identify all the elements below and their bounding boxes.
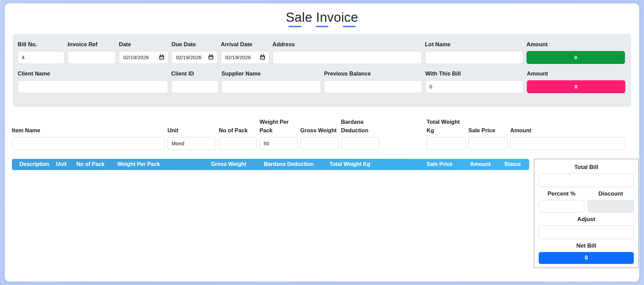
client-name-input[interactable] bbox=[18, 80, 168, 93]
col-gross-weight: Gross Weight bbox=[211, 159, 246, 170]
lot-name-label: Lot Name bbox=[425, 40, 523, 49]
address-input[interactable] bbox=[272, 51, 422, 64]
previous-balance-label: Previous Balance bbox=[324, 69, 422, 78]
item-amount-input[interactable] bbox=[510, 137, 625, 150]
percent-discount-labels: Percent % Discount bbox=[539, 190, 634, 200]
invoice-header-panel: Bill No. Invoice Ref Date Due Date Arriv… bbox=[13, 34, 631, 107]
address-label: Address bbox=[272, 40, 422, 49]
col-sale-price: Sale Price bbox=[427, 159, 453, 170]
col-weight-per-pack: Weight Per Pack bbox=[117, 159, 160, 170]
adjust-label: Adjust bbox=[539, 216, 634, 223]
client-id-input[interactable] bbox=[171, 80, 218, 93]
header-row2-labels: Client Name Client ID Supplier Name Prev… bbox=[18, 69, 626, 78]
underline-dash bbox=[343, 26, 356, 27]
supplier-name-input[interactable] bbox=[221, 80, 321, 93]
item-entry-section: Item Name Unit No of Pack Weight Per Pac… bbox=[12, 117, 639, 150]
item-amount-label: Amount bbox=[510, 126, 625, 135]
total-bill-label: Total Bill bbox=[539, 164, 634, 171]
amount-total-badge: 0 bbox=[526, 51, 625, 64]
unit-label: Unit bbox=[167, 126, 216, 135]
due-date-value: 02/19/2026 bbox=[176, 54, 201, 60]
supplier-name-label: Supplier Name bbox=[221, 69, 321, 78]
underline-dash bbox=[288, 26, 301, 27]
weight-per-pack-label: Weight Per Pack bbox=[260, 118, 298, 135]
weight-per-pack-input[interactable] bbox=[260, 137, 298, 150]
arrival-date-input[interactable]: 02/19/2026 bbox=[221, 51, 269, 64]
percent-discount-fields bbox=[539, 200, 634, 213]
percent-input[interactable] bbox=[539, 200, 584, 213]
no-of-pack-label: No of Pack bbox=[219, 126, 257, 135]
net-bill-button: 0 bbox=[539, 252, 634, 264]
amount-label: Amount bbox=[526, 40, 625, 49]
col-total-weight-kg: Total Weight Kg bbox=[329, 159, 370, 170]
item-entry-labels: Item Name Unit No of Pack Weight Per Pac… bbox=[12, 117, 639, 135]
percent-label: Percent % bbox=[539, 190, 584, 197]
col-bardana-deduction: Bardana Deduction bbox=[264, 159, 314, 170]
col-unit: Unit bbox=[56, 159, 66, 170]
previous-balance-input[interactable] bbox=[324, 80, 422, 93]
calendar-icon[interactable] bbox=[159, 55, 164, 60]
gross-weight-label: Gross Weight bbox=[300, 126, 338, 135]
no-of-pack-input[interactable] bbox=[219, 137, 257, 150]
item-name-label: Item Name bbox=[12, 126, 165, 135]
adjust-input[interactable] bbox=[539, 225, 634, 239]
arrival-date-label: Arrival Date bbox=[221, 40, 269, 49]
bill-no-label: Bill No. bbox=[18, 40, 65, 49]
header-row1-labels: Bill No. Invoice Ref Date Due Date Arriv… bbox=[18, 40, 626, 49]
unit-input[interactable] bbox=[167, 137, 216, 150]
amount-balance-badge: 0 bbox=[527, 80, 625, 93]
lot-name-input[interactable] bbox=[425, 51, 523, 64]
col-status: Status bbox=[504, 159, 521, 170]
bardana-deduction-input[interactable] bbox=[341, 137, 379, 150]
total-weight-kg-label: Total Weight Kg bbox=[427, 118, 466, 135]
net-bill-label: Net Bill bbox=[539, 242, 634, 249]
invoice-card: Sale Invoice Bill No. Invoice Ref Date D… bbox=[5, 3, 639, 282]
total-bill-input[interactable] bbox=[539, 173, 634, 187]
title-block: Sale Invoice bbox=[5, 3, 639, 27]
due-date-input[interactable]: 02/19/2026 bbox=[172, 51, 218, 64]
gross-weight-input[interactable] bbox=[300, 137, 338, 150]
header-row2-fields: 0 bbox=[18, 80, 626, 93]
calendar-icon[interactable] bbox=[209, 55, 213, 60]
spacer bbox=[382, 137, 424, 150]
items-and-totals: Description Unit No of Pack Weight Per P… bbox=[12, 159, 639, 268]
invoice-ref-label: Invoice Ref bbox=[68, 40, 116, 49]
client-name-label: Client Name bbox=[18, 69, 168, 78]
col-description: Description bbox=[19, 159, 49, 170]
item-name-input[interactable] bbox=[12, 137, 165, 150]
item-entry-fields bbox=[12, 137, 639, 150]
totals-panel: Total Bill Percent % Discount Adjust Net… bbox=[534, 159, 639, 268]
underline-dash bbox=[316, 26, 328, 27]
discount-label: Discount bbox=[588, 190, 634, 197]
bill-no-input[interactable] bbox=[18, 51, 65, 64]
page-title: Sale Invoice bbox=[5, 10, 639, 25]
date-label: Date bbox=[119, 40, 168, 49]
with-this-bill-label: With This Bill bbox=[425, 69, 524, 78]
with-this-bill-input[interactable] bbox=[425, 80, 524, 93]
sale-price-input[interactable] bbox=[468, 137, 507, 150]
sale-price-label: Sale Price bbox=[468, 126, 507, 135]
client-id-label: Client ID bbox=[171, 69, 218, 78]
invoice-ref-input[interactable] bbox=[68, 51, 116, 64]
amount-label: Amount bbox=[527, 69, 625, 78]
col-amount: Amount bbox=[470, 159, 490, 170]
items-table-header: Description Unit No of Pack Weight Per P… bbox=[12, 159, 529, 170]
col-no-of-pack: No of Pack bbox=[76, 159, 105, 170]
calendar-icon[interactable] bbox=[260, 55, 265, 60]
due-date-label: Due Date bbox=[172, 40, 218, 49]
date-value: 02/19/2026 bbox=[123, 54, 149, 60]
bardana-deduction-label: Bardana Deduction bbox=[341, 118, 379, 135]
title-underline bbox=[5, 26, 639, 27]
arrival-date-value: 02/19/2026 bbox=[225, 54, 251, 60]
total-weight-kg-input[interactable] bbox=[427, 137, 466, 150]
discount-input bbox=[588, 200, 634, 213]
header-row1-fields: 02/19/2026 02/19/2026 02/19/2026 0 bbox=[18, 51, 626, 64]
date-input[interactable]: 02/19/2026 bbox=[119, 51, 168, 64]
